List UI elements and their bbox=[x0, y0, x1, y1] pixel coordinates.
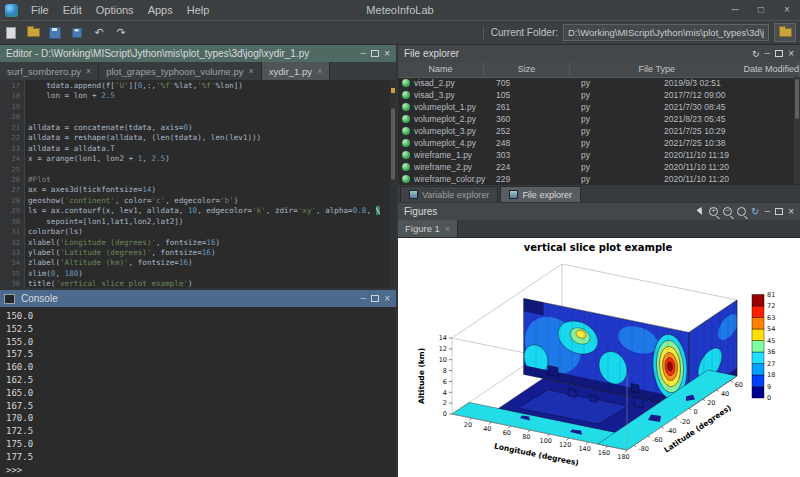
file-date-modified: 2019/9/3 02:51 bbox=[660, 78, 794, 88]
column-header[interactable]: Name bbox=[398, 62, 484, 77]
console-float-icon[interactable] bbox=[371, 295, 379, 302]
zoom-in-icon[interactable]: + bbox=[709, 207, 718, 216]
editor-tab[interactable]: surf_sombrero.py × bbox=[0, 62, 99, 80]
browse-folder-button[interactable] bbox=[774, 23, 796, 42]
tab-close-icon[interactable]: × bbox=[249, 66, 254, 76]
line-number: 32 bbox=[0, 238, 24, 248]
code-text: ylabel('Latitude (degrees)', fontsize=16… bbox=[24, 248, 215, 257]
py-file-icon bbox=[402, 175, 410, 183]
console-output[interactable]: 150.0152.5155.0157.5160.0162.5165.0167.5… bbox=[0, 307, 396, 477]
tab-close-icon[interactable]: × bbox=[86, 66, 91, 76]
select-arrow-icon[interactable] bbox=[697, 207, 706, 216]
code-text: geoshow('continent', color='c', edgecolo… bbox=[24, 196, 238, 205]
figure-tab-close-icon[interactable]: × bbox=[445, 224, 450, 234]
console-minimize-icon[interactable]: ─ bbox=[360, 294, 366, 304]
console-line: 165.0 bbox=[6, 387, 396, 400]
svg-text:-60: -60 bbox=[652, 436, 663, 444]
code-text bbox=[24, 102, 28, 111]
figures-minimize-icon[interactable]: ─ bbox=[764, 207, 770, 217]
explorer-tab-icon bbox=[509, 190, 518, 199]
file-row[interactable]: volumeplot_1.py 261 py 2021/7/30 08:45 bbox=[398, 101, 794, 113]
current-folder-input[interactable] bbox=[563, 24, 769, 41]
figure-canvas[interactable]: vertical slice plot example bbox=[398, 238, 800, 477]
full-extent-icon[interactable] bbox=[737, 207, 746, 216]
file-explorer-panel: File explorer ↻ ─ × NameSizeFile TypeDat… bbox=[398, 45, 800, 202]
app-logo-icon bbox=[5, 4, 18, 17]
code-line: 18 lon = lon + 2.5 bbox=[0, 91, 390, 101]
menu-item[interactable]: Help bbox=[180, 0, 217, 20]
console-close-icon[interactable]: × bbox=[384, 294, 390, 304]
code-text: lon = lon + 2.5 bbox=[24, 91, 115, 100]
column-header[interactable]: Date Modified bbox=[743, 62, 800, 77]
console-line: 177.5 bbox=[6, 451, 396, 464]
rotate-icon[interactable]: ↻ bbox=[751, 207, 759, 217]
line-number: 36 bbox=[0, 279, 24, 288]
file-date-modified: 2021/7/25 10:38 bbox=[660, 138, 794, 148]
code-editor[interactable]: 17 tdata.append(f['U'][0,:,'%f'%lat,'%f'… bbox=[0, 80, 396, 288]
undo-button[interactable]: ↶ bbox=[89, 24, 109, 42]
console-line: 152.5 bbox=[6, 323, 396, 336]
tab-close-icon[interactable]: × bbox=[317, 66, 322, 76]
editor-tab-label: surf_sombrero.py bbox=[7, 66, 81, 77]
save-all-button[interactable] bbox=[67, 24, 87, 42]
editor-tab[interactable]: plot_grapes_typhoon_volume.py × bbox=[99, 62, 262, 80]
editor-console-splitter[interactable] bbox=[0, 288, 396, 290]
file-explorer-minimize-icon[interactable]: ─ bbox=[764, 49, 770, 59]
svg-text:-80: -80 bbox=[638, 445, 649, 453]
file-explorer-close-icon[interactable]: × bbox=[788, 49, 794, 59]
menu-item[interactable]: Options bbox=[89, 0, 141, 20]
editor-warning-stripe bbox=[391, 88, 395, 93]
file-explorer-float-icon[interactable] bbox=[775, 50, 783, 57]
file-list-scrollbar-thumb[interactable] bbox=[795, 79, 799, 119]
file-row[interactable]: wireframe_2.py 224 py 2020/11/10 11:20 bbox=[398, 161, 794, 173]
line-number: 34 bbox=[0, 258, 24, 268]
code-line: 31colorbar(ls) bbox=[0, 227, 390, 237]
editor-close-icon[interactable]: × bbox=[384, 49, 390, 59]
file-row[interactable]: volumeplot_3.py 252 py 2021/7/25 10:29 bbox=[398, 125, 794, 137]
redo-button[interactable]: ↷ bbox=[111, 24, 131, 42]
close-button[interactable]: × bbox=[774, 0, 800, 20]
refresh-icon[interactable]: ↻ bbox=[752, 49, 760, 59]
file-row[interactable]: volumeplot_2.py 360 py 2021/8/23 05:45 bbox=[398, 113, 794, 125]
maximize-button[interactable]: □ bbox=[748, 0, 774, 20]
console-line: 170.0 bbox=[6, 412, 396, 425]
open-file-button[interactable] bbox=[23, 24, 43, 42]
figure-tab[interactable]: Figure 1 × bbox=[398, 220, 458, 237]
file-row[interactable]: visad_3.py 105 py 2017/7/12 09:00 bbox=[398, 89, 794, 101]
zoom-out-icon[interactable]: − bbox=[723, 207, 732, 216]
file-row[interactable]: visad_2.py 705 py 2019/9/3 02:51 bbox=[398, 77, 794, 89]
menu-item[interactable]: Apps bbox=[141, 0, 180, 20]
file-list-scrollbar[interactable] bbox=[794, 77, 800, 185]
file-size: 360 bbox=[490, 114, 575, 124]
file-row[interactable]: volumeplot_4.py 248 py 2021/7/25 10:38 bbox=[398, 137, 794, 149]
file-row[interactable]: wireframe_1.py 303 py 2020/11/10 11:19 bbox=[398, 149, 794, 161]
console-title: Console bbox=[19, 293, 360, 304]
figures-close-icon[interactable]: × bbox=[788, 207, 794, 217]
menu-item[interactable]: Edit bbox=[56, 0, 89, 20]
editor-panel: Editor - D:\Working\MIScript\Jython\mis\… bbox=[0, 45, 396, 288]
new-file-button[interactable] bbox=[1, 24, 21, 42]
vertical-slice-plot[interactable]: vertical slice plot example bbox=[398, 238, 800, 477]
column-header[interactable]: File Type bbox=[570, 62, 743, 77]
svg-text:40: 40 bbox=[483, 425, 491, 433]
code-line: 34zlabel('Altitude (km)', fontsize=16) bbox=[0, 258, 390, 268]
column-header[interactable]: Size bbox=[484, 62, 570, 77]
editor-float-icon[interactable] bbox=[371, 50, 379, 57]
svg-text:6: 6 bbox=[443, 378, 447, 386]
explorer-tab[interactable]: File explorer bbox=[500, 186, 581, 202]
line-number: 17 bbox=[0, 81, 24, 91]
explorer-tab[interactable]: Variable explorer bbox=[400, 186, 498, 202]
code-line: 29ls = ax.contourf(x, lev1, alldata, 10,… bbox=[0, 206, 390, 216]
svg-text:12: 12 bbox=[439, 345, 447, 353]
editor-scrollbar-thumb[interactable] bbox=[391, 108, 395, 180]
svg-text:10: 10 bbox=[439, 356, 447, 364]
editor-minimize-icon[interactable]: ─ bbox=[360, 49, 366, 59]
figures-float-icon[interactable] bbox=[775, 208, 783, 215]
menu-item[interactable]: File bbox=[24, 0, 56, 20]
save-button[interactable] bbox=[45, 24, 65, 42]
py-file-icon bbox=[402, 91, 410, 99]
minimize-button[interactable]: ─ bbox=[722, 0, 748, 20]
file-type: py bbox=[575, 102, 660, 112]
editor-tab[interactable]: xydir_1.py × bbox=[262, 62, 331, 80]
figure-tab-label: Figure 1 bbox=[405, 223, 440, 234]
